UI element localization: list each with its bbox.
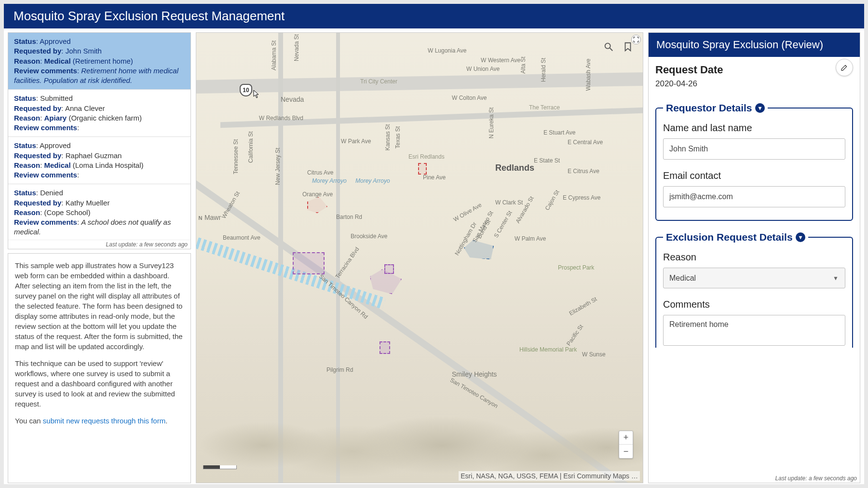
description-p2: This technique can be used to support 'r… bbox=[15, 358, 184, 409]
description-panel: This sample web app illustrates how a Su… bbox=[8, 253, 191, 483]
reason-select[interactable]: Medical bbox=[663, 268, 845, 288]
description-p1: This sample web app illustrates how a Su… bbox=[15, 260, 184, 352]
zoom-in-button[interactable]: + bbox=[619, 431, 633, 445]
list-item[interactable]: Status: DeniedRequested by: Kathy Muelle… bbox=[8, 184, 190, 240]
list-item[interactable]: Status: SubmittedRequested by: Anna Clev… bbox=[8, 90, 190, 137]
form-last-update: Last update: a few seconds ago bbox=[649, 474, 860, 483]
comments-field[interactable]: Retirement home bbox=[663, 315, 845, 346]
request-date-label: Request Date bbox=[655, 64, 853, 76]
bookmark-icon[interactable] bbox=[623, 41, 633, 52]
chevron-down-icon: ▾ bbox=[755, 103, 765, 113]
map-feature[interactable] bbox=[293, 252, 325, 274]
name-label: Name and last name bbox=[663, 122, 845, 134]
form-header: Mosquito Spray Exclusion (Review) bbox=[649, 33, 860, 57]
zoom-out-button[interactable]: − bbox=[619, 445, 633, 458]
description-p3: You can submit new requests through this… bbox=[15, 416, 184, 426]
map[interactable]: Redlands Nevada Smiley Heights Hillside … bbox=[196, 32, 643, 483]
email-label: Email contact bbox=[663, 170, 845, 181]
map-feature[interactable] bbox=[380, 341, 390, 354]
name-field[interactable] bbox=[663, 138, 845, 160]
list-item[interactable]: Status: ApprovedRequested by: Raphael Gu… bbox=[8, 137, 190, 184]
page-title: Mosquito Spray Exclusion Request Managem… bbox=[4, 4, 864, 28]
svg-line-1 bbox=[610, 48, 613, 51]
map-attribution: Esri, NASA, NGA, USGS, FEMA | Esri Commu… bbox=[459, 471, 640, 481]
request-list[interactable]: Status: ApprovedRequested by: John Smith… bbox=[8, 33, 190, 240]
exclusion-details-legend[interactable]: Exclusion Request Details ▾ bbox=[663, 231, 808, 243]
list-last-update: Last update: a few seconds ago bbox=[8, 240, 190, 249]
chevron-down-icon: ▾ bbox=[796, 232, 805, 242]
submit-new-request-link[interactable]: submit new requests through this form bbox=[43, 417, 165, 425]
map-feature[interactable] bbox=[384, 264, 394, 274]
reason-label: Reason bbox=[663, 252, 845, 263]
zoom-control: + − bbox=[619, 431, 633, 459]
comments-label: Comments bbox=[663, 299, 845, 310]
scale-bar bbox=[203, 465, 237, 469]
interstate-shield-icon: 10 bbox=[240, 84, 252, 96]
list-item[interactable]: Status: ApprovedRequested by: John Smith… bbox=[8, 33, 190, 90]
email-field[interactable] bbox=[663, 186, 845, 207]
svg-point-0 bbox=[605, 43, 610, 49]
exclusion-details-group: Exclusion Request Details ▾ Reason Medic… bbox=[655, 231, 853, 348]
requestor-details-group: Requestor Details ▾ Name and last name E… bbox=[655, 102, 853, 221]
review-form-panel: Mosquito Spray Exclusion (Review) Reques… bbox=[648, 32, 860, 483]
search-icon[interactable] bbox=[603, 41, 614, 52]
request-date-value: 2020-04-26 bbox=[655, 79, 853, 89]
requestor-details-legend[interactable]: Requestor Details ▾ bbox=[663, 102, 768, 114]
request-list-panel: Status: ApprovedRequested by: John Smith… bbox=[8, 32, 191, 249]
map-feature[interactable] bbox=[418, 163, 427, 175]
